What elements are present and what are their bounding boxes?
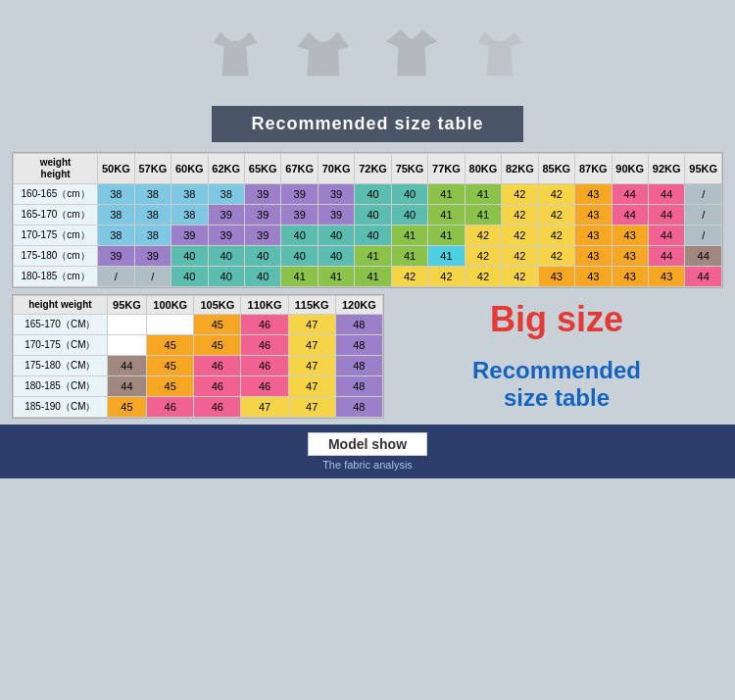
cell: 47 [288, 315, 335, 335]
cell: 42 [502, 267, 538, 287]
cell: 44 [107, 376, 146, 397]
cell: 43 [612, 225, 648, 246]
cell: 46 [241, 356, 288, 376]
height-180: 180-185（cm） [14, 267, 98, 287]
cell: 44 [612, 184, 648, 205]
big-height-185: 185-190（CM） [14, 397, 108, 418]
cell: 45 [147, 335, 194, 356]
cell: 46 [147, 397, 194, 418]
weight-height-header: weight height [14, 154, 98, 184]
cell: 42 [391, 267, 427, 287]
cell: 46 [241, 315, 288, 335]
cell: 44 [685, 267, 722, 287]
col-92kg: 92KG [648, 154, 684, 184]
cell [147, 315, 194, 335]
col-65kg: 65KG [244, 154, 280, 184]
cell: 40 [244, 246, 280, 267]
height-170: 170-175（cm） [14, 225, 98, 246]
cell: 46 [194, 376, 241, 397]
cell: / [685, 205, 722, 225]
big-table-row: 175-180（CM） 44 45 46 46 47 48 [14, 356, 383, 376]
cell: 42 [538, 184, 574, 205]
cell: 40 [172, 267, 208, 287]
cell: 46 [241, 376, 288, 397]
cell: 41 [465, 184, 501, 205]
cell: 40 [355, 225, 391, 246]
cell: 40 [318, 246, 354, 267]
cell: 48 [335, 376, 382, 397]
cell: 45 [107, 397, 146, 418]
cell: 40 [208, 246, 244, 267]
cell: / [685, 225, 722, 246]
cell: 43 [575, 205, 612, 225]
table-row: 170-175（cm） 38 38 39 39 39 40 40 40 41 4… [14, 225, 722, 246]
model-show-label: Model show [308, 432, 427, 456]
cell: 42 [465, 246, 501, 267]
cell: 39 [134, 246, 171, 267]
col-95kg: 95KG [685, 154, 722, 184]
cell: 38 [98, 225, 134, 246]
cell: 45 [147, 376, 194, 397]
cell: 41 [318, 267, 354, 287]
cell: 41 [355, 267, 391, 287]
cell: 43 [575, 246, 612, 267]
bottom-section: height weight 95KG 100KG 105KG 110KG 115… [12, 294, 723, 419]
cell: 43 [575, 225, 612, 246]
main-size-table-wrapper: weight height 50KG 57KG 60KG 62KG 65KG 6… [12, 152, 723, 288]
cell: 45 [194, 315, 241, 335]
col-67kg: 67KG [281, 154, 318, 184]
cell: 44 [612, 205, 648, 225]
cell: 40 [318, 225, 354, 246]
big-height-175: 175-180（CM） [14, 356, 108, 376]
table-row: 160-165（cm） 38 38 38 38 39 39 39 40 40 4… [14, 184, 722, 205]
cell: 38 [134, 205, 171, 225]
cell: 38 [208, 184, 244, 205]
col-57kg: 57KG [134, 154, 171, 184]
cell: 46 [241, 335, 288, 356]
col-85kg: 85KG [538, 154, 574, 184]
big-height-165: 165-170（CM） [14, 315, 108, 335]
big-col-120kg: 120KG [335, 296, 382, 315]
cell: 42 [502, 205, 538, 225]
cell: 48 [335, 397, 382, 418]
cell: 43 [612, 246, 648, 267]
cell: 43 [575, 184, 612, 205]
cell: 42 [465, 225, 501, 246]
cell: 48 [335, 356, 382, 376]
cell: 39 [244, 205, 280, 225]
shirt-icon-4 [470, 25, 529, 83]
col-72kg: 72KG [355, 154, 391, 184]
big-col-105kg: 105KG [194, 296, 241, 315]
cell [107, 335, 146, 356]
cell: 42 [428, 267, 465, 287]
cell: 40 [281, 225, 318, 246]
cell: 42 [538, 205, 574, 225]
cell: 39 [208, 205, 244, 225]
top-icons [206, 25, 529, 83]
cell: 43 [648, 267, 684, 287]
cell: 39 [244, 184, 280, 205]
height-160: 160-165（cm） [14, 184, 98, 205]
cell: 43 [612, 267, 648, 287]
cell: 44 [685, 246, 722, 267]
cell: 41 [428, 205, 465, 225]
cell: 48 [335, 335, 382, 356]
main-size-table: weight height 50KG 57KG 60KG 62KG 65KG 6… [13, 153, 722, 287]
cell [107, 315, 146, 335]
big-table-row: 170-175（CM） 45 45 46 47 48 [14, 335, 383, 356]
cell: 40 [244, 267, 280, 287]
big-col-100kg: 100KG [147, 296, 194, 315]
cell: 42 [502, 246, 538, 267]
cell: 40 [355, 205, 391, 225]
cell: / [685, 184, 722, 205]
cell: 41 [281, 267, 318, 287]
cell: 39 [318, 205, 354, 225]
cell: 47 [241, 397, 288, 418]
col-62kg: 62KG [208, 154, 244, 184]
cell: 39 [318, 184, 354, 205]
col-82kg: 82KG [502, 154, 538, 184]
cell: 47 [288, 356, 335, 376]
col-70kg: 70KG [318, 154, 354, 184]
col-87kg: 87KG [575, 154, 612, 184]
cell: 38 [134, 225, 171, 246]
